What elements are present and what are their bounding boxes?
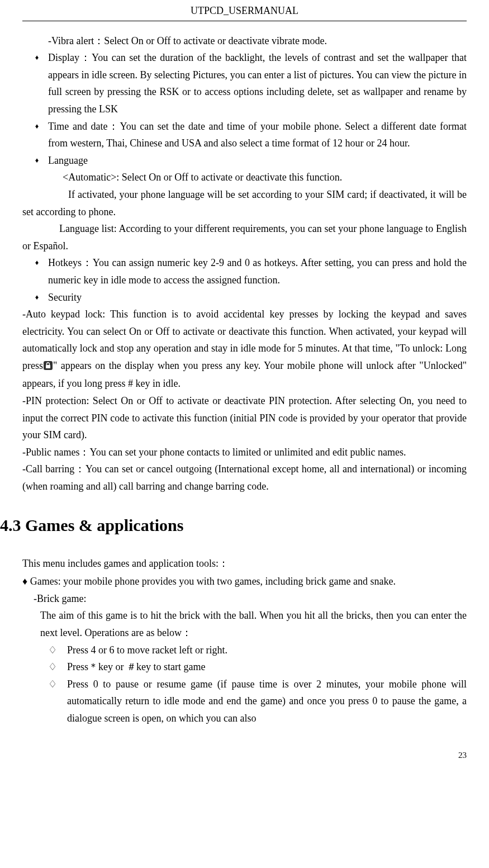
timedate-item: ♦ Time and date：You can set the date and… bbox=[26, 118, 467, 152]
display-text: Display：You can set the duration of the … bbox=[48, 49, 467, 117]
doc-header: UTPCD_USERMANUAL bbox=[22, 0, 467, 21]
public-names-text: -Public names：You can set your phone con… bbox=[22, 444, 467, 461]
svg-rect-1 bbox=[46, 365, 50, 368]
open-diamond-icon: ♢ bbox=[38, 676, 67, 727]
language-label: Language bbox=[48, 152, 467, 169]
hotkeys-item: ♦ Hotkeys：You can assign numeric key 2-9… bbox=[26, 254, 467, 288]
vibra-alert-line: -Vibra alert：Select On or Off to activat… bbox=[48, 32, 467, 50]
open-diamond-icon: ♢ bbox=[38, 658, 67, 676]
open-diamond-icon: ♢ bbox=[38, 642, 67, 659]
language-list-line: Language list: According to your differe… bbox=[22, 220, 467, 254]
auto-keypad-lock-text: -Auto keypad lock: This function is to a… bbox=[22, 306, 467, 392]
brick-op-1-text: Press 4 or 6 to move racket left or righ… bbox=[67, 642, 467, 659]
bullet-diamond-icon: ♦ bbox=[26, 254, 48, 288]
hotkeys-text: Hotkeys：You can assign numeric key 2-9 a… bbox=[48, 254, 467, 288]
language-automatic-line: <Automatic>: Select On or Off to activat… bbox=[63, 169, 467, 186]
brick-op-2: ♢ Press＊key or ＃key to start game bbox=[38, 658, 467, 676]
brick-op-3-text: Press 0 to pause or resume game (if paus… bbox=[67, 676, 467, 727]
bullet-diamond-icon: ♦ bbox=[26, 289, 48, 306]
bullet-diamond-icon: ♦ bbox=[26, 118, 48, 152]
games-bullet: ♦ Games: your mobile phone provides you … bbox=[22, 573, 467, 590]
brick-op-2-text: Press＊key or ＃key to start game bbox=[67, 658, 467, 676]
games-intro: This menu includes games and application… bbox=[22, 555, 467, 572]
bullet-diamond-icon: ♦ bbox=[26, 49, 48, 117]
page-content: -Vibra alert：Select On or Off to activat… bbox=[22, 32, 467, 727]
call-barring-text: -Call barring：You can set or cancel outg… bbox=[22, 461, 467, 495]
pin-protection-text: -PIN protection: Select On or Off to act… bbox=[22, 392, 467, 444]
display-item: ♦ Display：You can set the duration of th… bbox=[26, 49, 467, 117]
security-label: Security bbox=[48, 289, 467, 306]
bullet-diamond-icon: ♦ bbox=[26, 152, 48, 169]
brick-game-body: The aim of this game is to hit the brick… bbox=[40, 607, 467, 641]
section-heading-games: 4.3 Games & applications bbox=[0, 511, 467, 539]
timedate-text: Time and date：You can set the date and t… bbox=[48, 118, 467, 152]
sec-post: " appears on the display when you press … bbox=[22, 360, 467, 390]
lock-icon bbox=[44, 358, 53, 376]
brick-op-3: ♢ Press 0 to pause or resume game (if pa… bbox=[38, 676, 467, 727]
security-item: ♦ Security bbox=[26, 289, 467, 306]
language-item: ♦ Language bbox=[26, 152, 467, 169]
page-number: 23 bbox=[22, 748, 467, 763]
brick-op-1: ♢ Press 4 or 6 to move racket left or ri… bbox=[38, 642, 467, 659]
brick-game-header: -Brick game: bbox=[34, 590, 467, 608]
language-automatic-desc: If activated, your phone language will b… bbox=[22, 186, 467, 220]
